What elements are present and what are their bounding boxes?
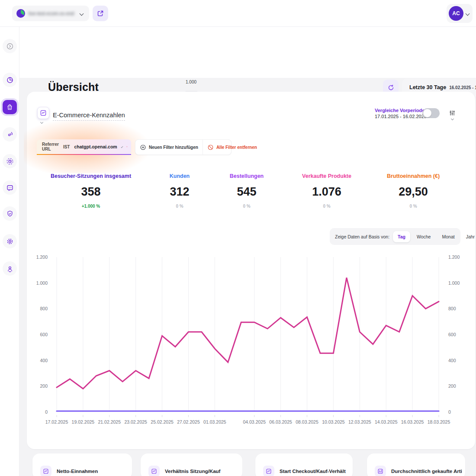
sidebar-collapse-button[interactable] xyxy=(3,39,17,53)
date-range-value: 16.02.2025 - 18.03.2025 xyxy=(449,85,476,90)
date-range-label: Letzte 30 Tage xyxy=(409,84,446,90)
clear-filters-button[interactable]: Alle Filter entfernen xyxy=(203,140,261,154)
card-title: Verhältnis Sitzung/Kauf xyxy=(165,469,220,474)
y-axis-label-right: 400 xyxy=(448,358,469,363)
workspace-logo-icon xyxy=(16,9,25,18)
granularity-label: Zeige Daten auf Basis von: xyxy=(335,234,389,239)
y-axis-label-right: 0 xyxy=(448,409,469,415)
metric-gross-revenue[interactable]: Bruttoeinnahmen (€) 29,50 0 % xyxy=(372,173,454,214)
chevron-down-icon xyxy=(80,11,84,16)
metric-delta: 0 % xyxy=(286,204,368,209)
metric-label: Besucher-Sitzungen insgesamt xyxy=(37,173,145,179)
chevron-down-icon xyxy=(466,11,470,16)
add-filter-label: Neuen Filter hinzufügen xyxy=(149,145,198,150)
filter-value: chatgpt.openai.com xyxy=(74,144,117,149)
chart-plot-area[interactable] xyxy=(57,257,439,418)
open-external-button[interactable] xyxy=(93,6,108,21)
metric-value: 29,50 xyxy=(372,185,454,199)
sidebar-item-support[interactable] xyxy=(3,261,17,276)
refresh-icon xyxy=(387,84,395,91)
avatar: AC xyxy=(449,6,463,21)
sidebar-item-marketing[interactable] xyxy=(3,127,17,142)
panel-title: E-Commerce-Kennzahlen xyxy=(53,112,125,121)
sidebar-item-security[interactable] xyxy=(3,206,17,221)
analytics-pie-icon xyxy=(6,76,14,84)
sidebar-item-orders[interactable] xyxy=(3,100,17,114)
card-checkout-purchase-ratio[interactable]: Start Checkout/Kauf-Verhält xyxy=(255,453,353,476)
y-axis-label-right: 1.200 xyxy=(448,254,469,260)
collapse-icon xyxy=(6,42,14,50)
filter-field: Referrer URL xyxy=(42,142,59,151)
y-axis-label-left: 1.000 xyxy=(27,280,48,286)
toggle-knob xyxy=(423,109,431,117)
support-person-icon xyxy=(6,265,14,273)
chart-options-button[interactable] xyxy=(444,104,460,125)
y-axis-label-left: 400 xyxy=(27,358,48,363)
app-root: live-test-ecom-xx-endp... AC xyxy=(0,0,476,476)
metric-products-sold[interactable]: Verkaufte Produkte 1.076 0 % xyxy=(286,173,368,214)
line-chart-icon xyxy=(40,109,47,116)
compare-toggle[interactable] xyxy=(422,108,440,118)
metric-label: Bestellungen xyxy=(214,173,279,179)
tab-day[interactable]: Tag xyxy=(393,231,410,242)
filter-actions: Neuen Filter hinzufügen Alle Filter entf… xyxy=(135,139,232,155)
metric-value: 358 xyxy=(37,185,145,199)
metric-orders[interactable]: Bestellungen 545 0 % xyxy=(214,173,279,214)
shopping-bag-icon xyxy=(6,103,13,111)
metric-value: 545 xyxy=(214,185,279,199)
metric-sessions[interactable]: Besucher-Sitzungen insgesamt 358 +1.000 … xyxy=(37,173,145,214)
card-title: Netto-Einnahmen xyxy=(57,469,98,474)
y-axis-label-right: 600 xyxy=(448,332,469,337)
card-icon xyxy=(40,466,51,476)
x-axis-label: 18.03.2025 xyxy=(421,419,456,425)
chevron-down-icon xyxy=(450,117,453,120)
metric-delta: 0 % xyxy=(372,204,454,209)
tab-month[interactable]: Monat xyxy=(437,231,459,242)
y-axis-label-left: 1.200 xyxy=(27,254,48,260)
floating-tooltip-value: 1.000 xyxy=(186,80,196,84)
card-session-purchase-ratio[interactable]: Verhältnis Sitzung/Kauf xyxy=(141,453,242,476)
panel-icon[interactable] xyxy=(37,107,49,119)
metric-delta: 0 % xyxy=(214,204,279,209)
clear-filters-label: Alle Filter entfernen xyxy=(216,145,257,150)
page-header: Übersicht 1.000 Letzte 30 Tage 16.02.202… xyxy=(19,27,476,78)
chat-icon xyxy=(6,184,14,192)
card-net-revenue[interactable]: Netto-Einnahmen xyxy=(32,453,132,476)
tab-week[interactable]: Woche xyxy=(412,231,436,242)
card-title: Durchschnittlich gekaufte Arti xyxy=(391,469,462,474)
audio-wave-icon xyxy=(6,131,14,138)
metric-label: Verkaufte Produkte xyxy=(286,173,368,179)
settings-gear-icon xyxy=(6,238,14,245)
sidebar-item-messages[interactable] xyxy=(3,180,17,195)
metric-value: 1.076 xyxy=(286,185,368,199)
scan-clock-icon xyxy=(6,158,14,165)
active-filter-chip[interactable]: Referrer URL IST chatgpt.openai.com xyxy=(37,139,131,155)
add-filter-button[interactable]: Neuen Filter hinzufügen xyxy=(135,140,203,154)
metric-customers[interactable]: Kunden 312 0 % xyxy=(147,173,212,214)
metric-delta: 0 % xyxy=(147,204,212,209)
workspace-name: live-test-ecom-xx-endp... xyxy=(29,11,74,16)
y-axis-label-left: 0 xyxy=(27,409,48,415)
y-axis-label-right: 800 xyxy=(448,306,469,311)
metric-label: Kunden xyxy=(147,173,212,179)
y-axis-label-left: 600 xyxy=(27,332,48,337)
y-axis-label-left: 200 xyxy=(27,383,48,389)
workspace-selector[interactable]: live-test-ecom-xx-endp... xyxy=(12,6,89,21)
shield-check-icon xyxy=(6,210,14,218)
sidebar-item-settings[interactable] xyxy=(3,234,17,248)
x-axis-label: 01.03.2025 xyxy=(197,419,232,425)
granularity-selector: Zeige Daten auf Basis von: Tag Woche Mon… xyxy=(330,228,460,245)
series-line-primary[interactable] xyxy=(57,278,439,389)
sidebar-item-analytics[interactable] xyxy=(3,73,17,87)
sidebar-item-tracking[interactable] xyxy=(3,154,17,168)
account-menu[interactable]: AC xyxy=(447,4,473,23)
chevron-down-icon xyxy=(121,146,123,148)
y-axis-label-right: 200 xyxy=(448,383,469,389)
block-icon xyxy=(207,144,214,151)
card-icon xyxy=(148,466,160,476)
metric-value: 312 xyxy=(147,185,212,199)
card-avg-items-purchased[interactable]: Durchschnittlich gekaufte Arti xyxy=(367,453,465,476)
remove-filter-icon[interactable] xyxy=(126,143,128,151)
sliders-icon xyxy=(449,109,456,116)
tab-year[interactable]: Jahr xyxy=(461,231,476,242)
